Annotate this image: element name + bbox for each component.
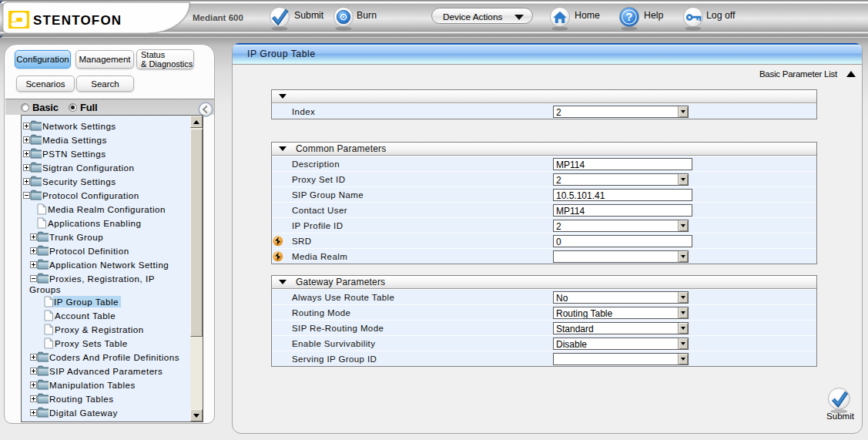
svg-text:?: ?	[626, 11, 633, 23]
